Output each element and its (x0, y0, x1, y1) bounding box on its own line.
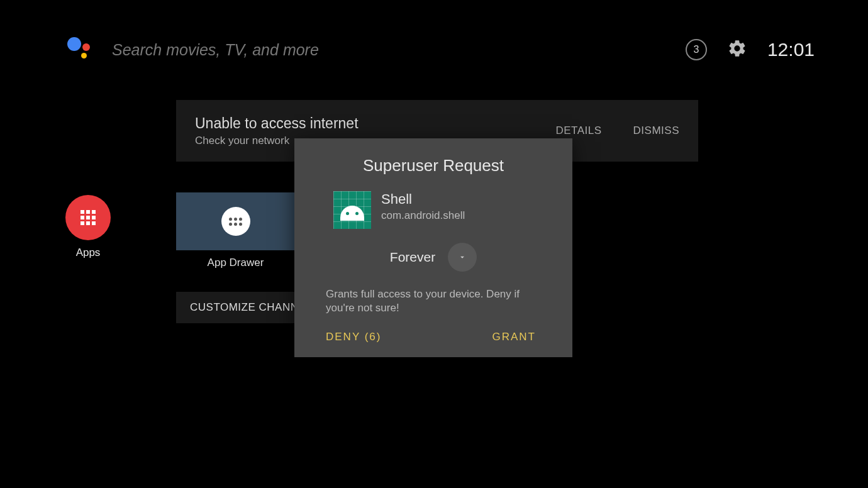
apps-label: Apps (63, 247, 113, 259)
dialog-title: Superuser Request (294, 156, 572, 175)
assistant-icon[interactable] (66, 35, 96, 65)
notifications-badge[interactable]: 3 (686, 39, 707, 60)
notification-title: Unable to access internet (195, 115, 556, 132)
apps-button[interactable]: Apps (63, 195, 113, 259)
chevron-down-icon (448, 243, 477, 272)
duration-label: Forever (390, 250, 435, 265)
app-drawer-icon (221, 207, 250, 236)
dismiss-button[interactable]: DISMISS (633, 125, 679, 137)
app-drawer-tile[interactable] (176, 192, 295, 250)
status-area: 3 12:01 (686, 38, 815, 61)
superuser-dialog: Superuser Request Shell com.android.shel… (294, 138, 572, 357)
settings-icon[interactable] (727, 38, 747, 61)
shell-app-icon (333, 191, 371, 229)
deny-button[interactable]: DENY (6) (326, 331, 381, 343)
dialog-package: com.android.shell (381, 209, 465, 222)
top-bar: Search movies, TV, and more 3 12:01 (66, 35, 815, 65)
clock: 12:01 (767, 39, 815, 60)
duration-dropdown[interactable]: Forever (294, 243, 572, 272)
dialog-warning: Grants full access to your device. Deny … (294, 287, 572, 315)
search-input[interactable]: Search movies, TV, and more (112, 41, 686, 59)
details-button[interactable]: DETAILS (556, 125, 602, 137)
app-drawer-label: App Drawer (176, 257, 295, 269)
dialog-app-name: Shell (381, 191, 465, 208)
grant-button[interactable]: GRANT (492, 331, 537, 343)
apps-grid-icon (65, 195, 111, 240)
